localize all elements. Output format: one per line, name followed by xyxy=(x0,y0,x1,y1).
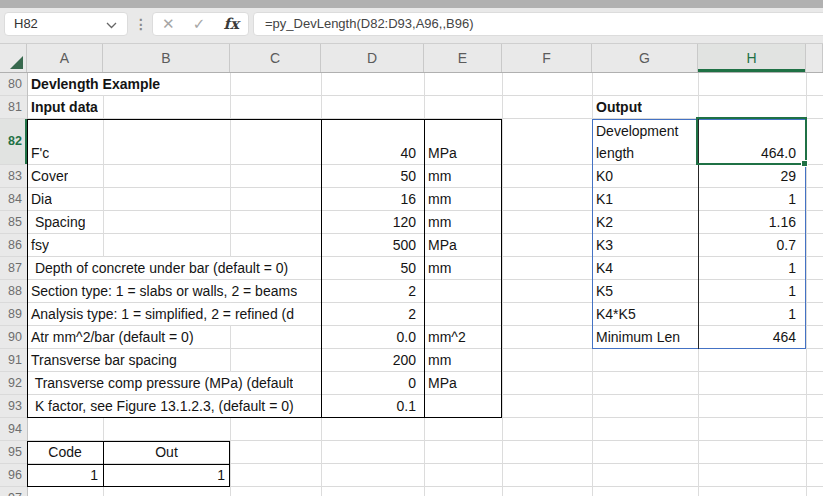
cell-d87-value[interactable]: 50 xyxy=(322,257,419,279)
cell-a92-label[interactable]: Transverse comp pressure (MPa) (default xyxy=(28,372,293,394)
row-header-81[interactable]: 81 xyxy=(0,96,27,118)
row-header-82-selected[interactable]: 82 xyxy=(0,119,27,164)
cell-g84-label[interactable]: K1 xyxy=(596,188,613,210)
row-90: 90 Atr mm^2/bar (default = 0) 0.0 mm^2 M… xyxy=(0,326,823,349)
cell-a82-label[interactable]: F'c xyxy=(28,142,49,164)
cell-h86-value[interactable]: 0.7 xyxy=(699,234,801,256)
cell-d93-value[interactable]: 0.1 xyxy=(322,395,419,417)
chevron-down-icon[interactable] xyxy=(106,22,117,29)
cell-e92-unit[interactable]: MPa xyxy=(428,372,457,394)
enter-icon[interactable]: ✓ xyxy=(193,13,206,35)
cell-a95-code-header[interactable]: Code xyxy=(28,441,102,463)
insert-function-icon[interactable]: fx xyxy=(224,15,239,33)
cell-h84-value[interactable]: 1 xyxy=(699,188,801,210)
formula-input[interactable]: =py_DevLength(D82:D93,A96,,B96) xyxy=(253,12,823,36)
cell-a90-label[interactable]: Atr mm^2/bar (default = 0) xyxy=(28,326,194,348)
cell-e84-unit[interactable]: mm xyxy=(428,188,451,210)
column-header-g[interactable]: G xyxy=(592,44,698,72)
cell-a93-label[interactable]: K factor, see Figure 13.1.2.3, (default … xyxy=(28,395,294,417)
gridline-de xyxy=(424,73,425,496)
cell-a83-label[interactable]: Cover xyxy=(28,165,68,187)
cancel-icon[interactable]: ✕ xyxy=(162,13,175,35)
cell-h85-value[interactable]: 1.16 xyxy=(699,211,801,233)
cell-g85-label[interactable]: K2 xyxy=(596,211,613,233)
select-all-button[interactable] xyxy=(0,44,27,72)
row-header-87[interactable]: 87 xyxy=(0,257,27,279)
cell-a80-title[interactable]: Devlength Example xyxy=(28,73,160,95)
cell-a96-code-value[interactable]: 1 xyxy=(28,464,102,486)
more-glyph: ⋮ xyxy=(134,16,148,32)
formula-bar-more-icon[interactable]: ⋮ xyxy=(134,12,148,36)
column-header-filler xyxy=(806,44,823,72)
cell-d89-value[interactable]: 2 xyxy=(322,303,419,325)
row-93: 93 K factor, see Figure 13.1.2.3, (defau… xyxy=(0,395,823,418)
row-header-93[interactable]: 93 xyxy=(0,395,27,417)
row-header-80[interactable]: 80 xyxy=(0,73,27,95)
row-header-90[interactable]: 90 xyxy=(0,326,27,348)
cell-e85-unit[interactable]: mm xyxy=(428,211,451,233)
cell-a84-label[interactable]: Dia xyxy=(28,188,52,210)
column-header-h-selected[interactable]: H xyxy=(698,44,806,72)
row-header-97[interactable]: 97 xyxy=(0,487,27,496)
column-header-e[interactable]: E xyxy=(424,44,502,72)
cell-h83-value[interactable]: 29 xyxy=(699,165,801,187)
cell-a87-label[interactable]: Depth of concrete under bar (default = 0… xyxy=(28,257,288,279)
fill-handle[interactable] xyxy=(801,160,808,167)
cell-d88-value[interactable]: 2 xyxy=(322,280,419,302)
cell-d85-value[interactable]: 120 xyxy=(322,211,419,233)
cell-e83-unit[interactable]: mm xyxy=(428,165,451,187)
cell-e90-unit[interactable]: mm^2 xyxy=(428,326,466,348)
row-header-88[interactable]: 88 xyxy=(0,280,27,302)
cell-g87-label[interactable]: K4 xyxy=(596,257,613,279)
row-84: 84 Dia 16 mm K1 1 xyxy=(0,188,823,211)
cell-g81-section-output[interactable]: Output xyxy=(596,96,642,118)
cell-d82-value[interactable]: 40 xyxy=(322,142,419,164)
row-header-85[interactable]: 85 xyxy=(0,211,27,233)
row-header-86[interactable]: 86 xyxy=(0,234,27,256)
cell-a91-label[interactable]: Transverse bar spacing xyxy=(28,349,177,371)
cell-a86-label[interactable]: fsy xyxy=(28,234,49,256)
cell-b95-out-header[interactable]: Out xyxy=(104,441,229,463)
cell-d91-value[interactable]: 200 xyxy=(322,349,419,371)
cell-e82-unit[interactable]: MPa xyxy=(428,142,457,164)
cell-d86-value[interactable]: 500 xyxy=(322,234,419,256)
column-header-d[interactable]: D xyxy=(321,44,424,72)
cell-h89-value[interactable]: 1 xyxy=(699,303,801,325)
cell-b96-out-value[interactable]: 1 xyxy=(104,464,229,486)
column-header-f[interactable]: F xyxy=(502,44,592,72)
cell-g83-label[interactable]: K0 xyxy=(596,165,613,187)
row-header-94[interactable]: 94 xyxy=(0,418,27,440)
column-header-c[interactable]: C xyxy=(230,44,321,72)
cell-a85-label[interactable]: Spacing xyxy=(28,211,85,233)
cell-d90-value[interactable]: 0.0 xyxy=(322,326,419,348)
cell-e91-unit[interactable]: mm xyxy=(428,349,451,371)
cell-d83-value[interactable]: 50 xyxy=(322,165,419,187)
cell-d84-value[interactable]: 16 xyxy=(322,188,419,210)
cell-g90-label[interactable]: Minimum Len xyxy=(596,326,680,348)
cell-g86-label[interactable]: K3 xyxy=(596,234,613,256)
cell-g89-label[interactable]: K4*K5 xyxy=(596,303,636,325)
cell-h88-value[interactable]: 1 xyxy=(699,280,801,302)
cell-e87-unit[interactable]: mm xyxy=(428,257,451,279)
row-header-84[interactable]: 84 xyxy=(0,188,27,210)
row-header-92[interactable]: 92 xyxy=(0,372,27,394)
column-header-b[interactable]: B xyxy=(103,44,230,72)
row-header-83[interactable]: 83 xyxy=(0,165,27,187)
cell-d92-value[interactable]: 0 xyxy=(322,372,419,394)
cell-h90-value[interactable]: 464 xyxy=(699,326,801,348)
cell-g88-label[interactable]: K5 xyxy=(596,280,613,302)
row-86: 86 fsy 500 MPa K3 0.7 xyxy=(0,234,823,257)
cell-a81-section-input[interactable]: Input data xyxy=(28,96,98,118)
row-header-95[interactable]: 95 xyxy=(0,441,27,463)
cell-h87-value[interactable]: 1 xyxy=(699,257,801,279)
cell-a89-label[interactable]: Analysis type: 1 = simplified, 2 = refin… xyxy=(28,303,294,325)
row-header-89[interactable]: 89 xyxy=(0,303,27,325)
row-header-91[interactable]: 91 xyxy=(0,349,27,371)
row-header-96[interactable]: 96 xyxy=(0,464,27,486)
column-header-a[interactable]: A xyxy=(27,44,103,72)
cell-g82-label[interactable]: Development length xyxy=(596,120,695,164)
cell-a88-label[interactable]: Section type: 1 = slabs or walls, 2 = be… xyxy=(28,280,297,302)
cell-e86-unit[interactable]: MPa xyxy=(428,234,457,256)
cell-h82-value-selected[interactable]: 464.0 xyxy=(699,142,801,164)
name-box[interactable]: H82 xyxy=(4,12,128,36)
